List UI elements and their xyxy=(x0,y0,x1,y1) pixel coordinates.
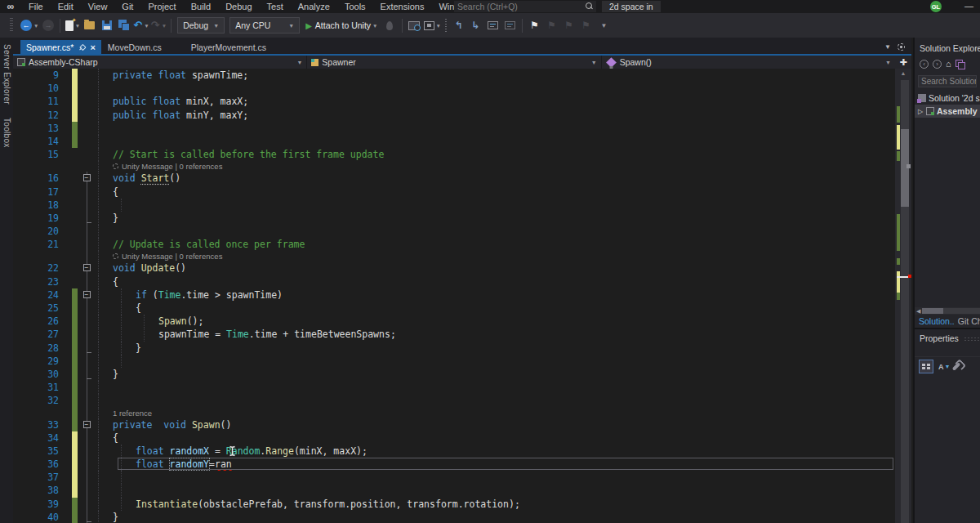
code-line-26[interactable]: 26Spawn(); xyxy=(13,315,895,328)
attach-to-unity-button[interactable]: ▶Attach to Unity▼ xyxy=(305,20,377,30)
find-in-files-button[interactable] xyxy=(407,16,422,34)
code-line-14[interactable]: 14 xyxy=(13,135,895,148)
code-line-23[interactable]: 23{ xyxy=(13,275,895,288)
forward-button[interactable]: › xyxy=(933,60,942,69)
overflow-chevron-button[interactable]: ▼ xyxy=(595,16,611,34)
minimize-window-button[interactable]: — xyxy=(964,0,973,12)
solution-name-chip[interactable]: 2d space in xyxy=(602,1,661,12)
code-line-33[interactable]: 33−private void Spawn() xyxy=(13,418,895,431)
menu-edit[interactable]: Edit xyxy=(51,0,81,13)
goto-next-button[interactable]: ↳ xyxy=(468,16,483,34)
codelens-label[interactable]: 1 reference xyxy=(113,408,152,418)
pin-icon[interactable] xyxy=(78,42,87,51)
document-tab-spawnercs[interactable]: Spawner.cs*× xyxy=(20,40,101,54)
menu-analyze[interactable]: Analyze xyxy=(291,0,337,13)
environment-box-button[interactable]: ▼ xyxy=(424,16,441,34)
menu-git[interactable]: Git xyxy=(114,0,140,13)
code-line-29[interactable]: 29 xyxy=(13,355,895,368)
code-line-11[interactable]: 11public float minX, maxX; xyxy=(13,95,895,108)
menu-view[interactable]: View xyxy=(81,0,115,13)
codelens-row[interactable]: Unity Message | 0 references xyxy=(13,251,895,262)
code-line-9[interactable]: 9private float spawnTime; xyxy=(13,69,895,82)
menu-test[interactable]: Test xyxy=(260,0,291,13)
code-line-13[interactable]: 13 xyxy=(13,122,895,135)
goto-previous-button[interactable]: ↰ xyxy=(451,16,466,34)
collapse-region-button[interactable]: − xyxy=(83,421,91,428)
menu-tools[interactable]: Tools xyxy=(337,0,373,13)
code-line-17[interactable]: 17{ xyxy=(13,186,895,199)
menu-build[interactable]: Build xyxy=(184,0,218,13)
categorized-button[interactable] xyxy=(919,360,933,373)
code-line-21[interactable]: 21// Update is called once per frame xyxy=(13,238,895,251)
back-button[interactable]: ‹ xyxy=(920,60,929,69)
tool-tab-solution-[interactable]: Solution... xyxy=(915,316,954,326)
code-line-19[interactable]: 19} xyxy=(13,212,895,225)
split-window-button[interactable]: ✚ xyxy=(895,56,911,69)
code-line-25[interactable]: 25{ xyxy=(13,302,895,315)
alphabetical-sort-button[interactable]: A▼ xyxy=(938,363,950,371)
code-line-18[interactable]: 18 xyxy=(13,199,895,212)
expander-icon[interactable]: ▷ xyxy=(918,108,924,115)
menu-debug[interactable]: Debug xyxy=(218,0,259,13)
code-line-40[interactable]: 40} xyxy=(13,511,895,523)
side-tab-toolbox[interactable]: Toolbox xyxy=(2,111,11,154)
code-line-36[interactable]: 36float randomY=ran xyxy=(13,458,895,471)
menu-file[interactable]: File xyxy=(21,0,51,13)
code-line-15[interactable]: 15// Start is called before the first fr… xyxy=(13,148,895,161)
document-tab-movedowncs[interactable]: MoveDown.cs xyxy=(101,40,185,54)
close-icon[interactable]: × xyxy=(90,43,95,51)
codelens-label[interactable]: Unity Message | 0 references xyxy=(113,161,222,172)
window-list-chevron-icon[interactable]: ▼ xyxy=(884,43,891,51)
document-tab-playermovementcs[interactable]: PlayerMovement.cs xyxy=(185,40,289,54)
code-line-22[interactable]: 22−void Update() xyxy=(13,262,895,275)
codelens-label[interactable]: Unity Message | 0 references xyxy=(113,251,222,262)
open-file-button[interactable] xyxy=(82,16,97,34)
tool-tab-git-ch[interactable]: Git Ch xyxy=(954,316,980,326)
code-line-16[interactable]: 16−void Start() xyxy=(13,172,895,185)
side-tab-server-explorer[interactable]: Server Explorer xyxy=(2,38,11,111)
toolbar-drag-handle-button[interactable] xyxy=(3,16,19,34)
code-line-35[interactable]: 35float randomX = Random.Range(minX, max… xyxy=(13,445,895,458)
home-icon[interactable]: ⌂ xyxy=(946,60,951,69)
solution-explorer-search-input[interactable]: Search Solution Exp xyxy=(918,75,977,87)
uncomment-selection-button[interactable] xyxy=(502,16,518,34)
code-line-30[interactable]: 30} xyxy=(13,368,895,381)
quick-search-input[interactable]: Search (Ctrl+Q) xyxy=(454,1,596,12)
code-line-12[interactable]: 12public float minY, maxY; xyxy=(13,109,895,122)
code-line-39[interactable]: 39Instantiate(obstaclePrefab, transform.… xyxy=(13,498,895,511)
new-file-button[interactable]: ▼ xyxy=(65,16,80,34)
code-line-31[interactable]: 31 xyxy=(13,381,895,394)
member-dropdown[interactable]: Spawn() ▼ xyxy=(602,56,895,69)
save-file-button[interactable] xyxy=(99,16,114,34)
code-line-27[interactable]: 27spawnTime = Time.time + timeBetweenSpa… xyxy=(13,328,895,341)
comment-selection-button[interactable] xyxy=(485,16,501,34)
save-all-button[interactable] xyxy=(116,16,131,34)
codelens-row[interactable]: Unity Message | 0 references xyxy=(13,161,895,172)
menu-project[interactable]: Project xyxy=(140,0,183,13)
scrollbar-up-arrow[interactable]: ▲ xyxy=(895,70,911,76)
code-line-28[interactable]: 28} xyxy=(13,342,895,355)
collapse-region-button[interactable]: − xyxy=(83,291,91,298)
code-line-20[interactable]: 20 xyxy=(13,225,895,238)
solution-explorer-horizontal-scrollbar[interactable]: ◀ xyxy=(915,307,980,315)
account-avatar[interactable]: GL xyxy=(930,1,942,12)
codelens-row[interactable]: 1 reference xyxy=(13,408,895,418)
project-dropdown[interactable]: Assembly-CSharp ▼ xyxy=(13,56,307,69)
configuration-select[interactable]: Debug▼ xyxy=(177,17,225,34)
code-line-34[interactable]: 34{ xyxy=(13,431,895,445)
code-editor[interactable]: 9private float spawnTime;1011public floa… xyxy=(13,69,895,523)
collapse-region-button[interactable]: − xyxy=(83,264,91,271)
code-line-24[interactable]: 24−if (Time.time > spawnTime) xyxy=(13,288,895,302)
gear-icon[interactable] xyxy=(898,43,905,51)
type-dropdown[interactable]: Spawner ▼ xyxy=(307,56,601,69)
code-line-32[interactable]: 32 xyxy=(13,394,895,407)
tree-item-solution-2d-s[interactable]: Solution '2d s xyxy=(915,92,980,105)
collapse-region-button[interactable]: − xyxy=(83,174,91,181)
platform-select[interactable]: Any CPU▼ xyxy=(229,17,300,34)
switch-views-icon[interactable] xyxy=(956,60,964,69)
toggle-bookmark-button[interactable]: ⚑ xyxy=(527,16,542,34)
scrollbar-thumb[interactable] xyxy=(922,308,943,314)
navigate-backward-button[interactable]: ←▼ xyxy=(20,16,38,34)
menu-extensions[interactable]: Extensions xyxy=(373,0,432,13)
undo-button[interactable]: ↶▼ xyxy=(133,16,149,34)
